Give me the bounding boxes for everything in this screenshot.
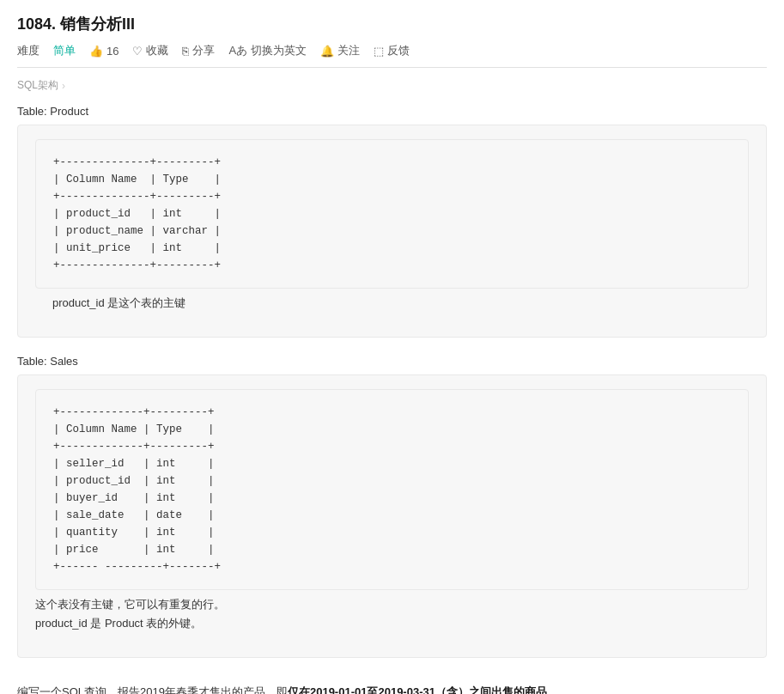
feedback-label: 反馈 (387, 43, 410, 58)
switch-lang-button[interactable]: Aあ 切换为英文 (228, 43, 307, 58)
sales-table-section: Table: Sales +-------------+---------+ |… (17, 355, 767, 658)
question-section: 编写一个SQL查询，报告2019年春季才售出的产品。即仅在2019-01-01至… (17, 675, 767, 694)
product-schema: +--------------+---------+ | Column Name… (35, 139, 749, 289)
share-icon: ⎘ (182, 45, 189, 58)
thumbs-up-icon: 👍 (89, 45, 103, 58)
share-label: 分享 (192, 43, 215, 58)
sales-schema-block: +-------------+---------+ | Column Name … (17, 374, 767, 658)
share-button[interactable]: ⎘ 分享 (182, 43, 215, 58)
question-text: 编写一个SQL查询，报告2019年春季才售出的产品。即仅在2019-01-01至… (17, 682, 767, 694)
product-table-label: Table: Product (17, 105, 767, 118)
product-pk-note: product_id 是这个表的主键 (35, 295, 749, 311)
problem-title: 1084. 销售分析III (17, 14, 767, 34)
sales-fk-note: product_id 是 Product 表的外键。 (35, 616, 749, 631)
follow-button[interactable]: 🔔 关注 (320, 43, 360, 58)
difficulty-label: 难度 (17, 43, 40, 58)
sales-schema: +-------------+---------+ | Column Name … (35, 389, 749, 590)
follow-label: 关注 (337, 43, 360, 58)
like-count: 16 (106, 45, 119, 58)
collect-label: 收藏 (146, 43, 168, 58)
heart-icon: ♡ (132, 45, 143, 58)
breadcrumb-separator: › (62, 80, 65, 92)
feedback-button[interactable]: ⬚ 反馈 (374, 43, 410, 58)
collect-button[interactable]: ♡ 收藏 (132, 43, 168, 58)
feedback-icon: ⬚ (374, 45, 384, 58)
breadcrumb-text: SQL架构 (17, 78, 58, 93)
sales-no-pk-note: 这个表没有主键，它可以有重复的行。 (35, 597, 749, 612)
switch-lang-label: 切换为英文 (251, 43, 307, 58)
product-table-section: Table: Product +--------------+---------… (17, 105, 767, 338)
translate-icon: Aあ (228, 43, 247, 58)
toolbar: 难度 简单 👍 16 ♡ 收藏 ⎘ 分享 Aあ 切换为英文 🔔 关注 ⬚ 反馈 (17, 43, 767, 68)
like-button[interactable]: 👍 16 (89, 45, 119, 58)
difficulty-value: 简单 (53, 43, 76, 58)
product-schema-block: +--------------+---------+ | Column Name… (17, 125, 767, 338)
bell-icon: 🔔 (320, 45, 334, 58)
breadcrumb[interactable]: SQL架构 › (17, 78, 767, 93)
sales-table-label: Table: Sales (17, 355, 767, 368)
